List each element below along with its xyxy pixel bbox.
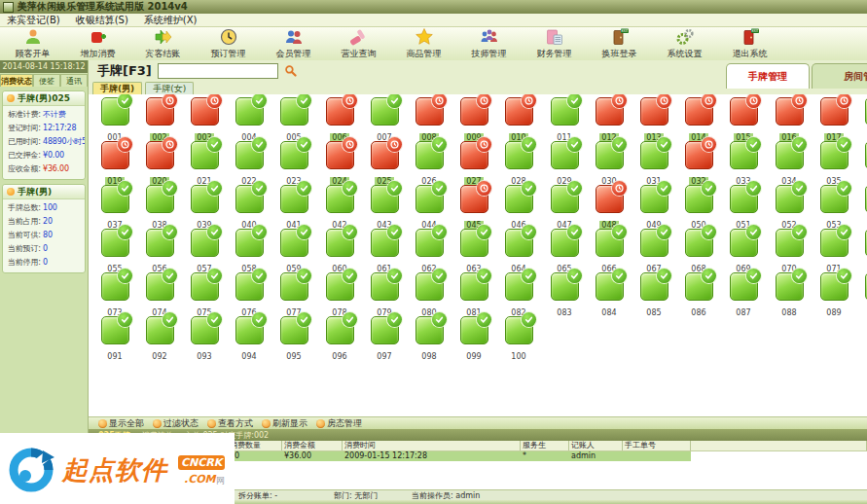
card-search-input[interactable] <box>158 63 278 79</box>
toolbar-button-goods-star[interactable]: 商品管理 <box>391 27 456 60</box>
card-080[interactable]: 080 <box>409 272 450 319</box>
card-091[interactable]: 091 <box>94 316 135 363</box>
card-005[interactable]: 005 <box>273 97 314 144</box>
card-093[interactable]: 093 <box>184 316 225 363</box>
card-100[interactable]: 100 <box>498 316 539 363</box>
panel-card-info-header[interactable]: 手牌(男)025 <box>3 91 85 106</box>
card-055[interactable]: 055 <box>94 229 135 275</box>
card-017[interactable]: 017 <box>813 97 854 144</box>
card-089[interactable]: 089 <box>813 272 854 319</box>
card-087[interactable]: 087 <box>723 272 764 319</box>
card-058[interactable]: 058 <box>229 229 270 275</box>
card-027[interactable]: 027 <box>453 141 494 188</box>
card-008[interactable]: 008 <box>409 97 450 144</box>
card-085[interactable]: 085 <box>633 272 674 319</box>
card-051[interactable]: 051 <box>723 185 764 232</box>
card-063[interactable]: 063 <box>453 229 494 275</box>
card-070[interactable]: 070 <box>769 229 810 275</box>
card-023[interactable]: 023 <box>273 141 314 188</box>
card-076[interactable]: 076 <box>229 272 270 319</box>
card-010[interactable]: 010 <box>498 97 539 144</box>
card-081[interactable]: 081 <box>453 272 494 319</box>
card-040[interactable]: 040 <box>229 185 270 232</box>
card-083[interactable]: 083 <box>544 272 585 319</box>
action-3[interactable]: 刷新显示 <box>262 417 307 430</box>
card-098[interactable]: 098 <box>409 316 450 363</box>
column-header-0[interactable]: 消费数量 <box>228 441 282 450</box>
sidebar-tab-0[interactable]: 消费状态 <box>0 74 33 87</box>
card-045[interactable]: 045 <box>453 185 494 232</box>
card-035[interactable]: 035 <box>813 141 854 188</box>
card-096[interactable]: 096 <box>319 316 360 363</box>
card-097[interactable]: 097 <box>364 316 405 363</box>
card-053[interactable]: 053 <box>813 185 854 232</box>
search-icon[interactable] <box>284 62 297 81</box>
menu-item-0[interactable]: 来宾登记(B) <box>7 14 60 27</box>
card-015[interactable]: 015 <box>723 97 764 144</box>
card-095[interactable]: 095 <box>273 316 314 363</box>
tab-room-management[interactable]: 房间管理 <box>812 63 867 89</box>
card-092[interactable]: 092 <box>139 316 180 363</box>
card-021[interactable]: 021 <box>184 141 225 188</box>
card-012[interactable]: 012 <box>589 97 630 144</box>
card-062[interactable]: 062 <box>409 229 450 275</box>
column-header-1[interactable]: 消费金额 <box>282 441 343 450</box>
card-011[interactable]: 011 <box>544 97 585 144</box>
card-044[interactable]: 044 <box>409 185 450 232</box>
card-009[interactable]: 009 <box>453 97 494 144</box>
card-042[interactable]: 042 <box>319 185 360 232</box>
card-079[interactable]: 079 <box>364 272 405 319</box>
card-037[interactable]: 037 <box>94 185 135 232</box>
column-header-4[interactable]: 记账人 <box>569 441 623 450</box>
card-094[interactable]: 094 <box>229 316 270 363</box>
column-header-5[interactable]: 手工单号 <box>623 441 691 450</box>
card-057[interactable]: 057 <box>184 229 225 275</box>
tab-cards-male[interactable]: 手牌(男) <box>92 82 142 94</box>
card-073[interactable]: 073 <box>94 272 135 319</box>
card-050[interactable]: 050 <box>678 185 719 232</box>
toolbar-button-add-consume[interactable]: 增加消费 <box>65 27 130 60</box>
card-052[interactable]: 052 <box>769 185 810 232</box>
card-039[interactable]: 039 <box>184 185 225 232</box>
toolbar-button-business-query[interactable]: 营业查询 <box>326 27 391 60</box>
action-1[interactable]: 过滤状态 <box>153 417 199 430</box>
card-001[interactable]: 001 <box>94 97 135 144</box>
card-024[interactable]: 024 <box>319 141 360 188</box>
column-header-3[interactable]: 服务生 <box>521 441 569 450</box>
sidebar-tab-2[interactable]: 通讯 <box>60 74 88 87</box>
tab-card-management[interactable]: 手牌管理 <box>726 63 810 89</box>
card-038[interactable]: 038 <box>139 185 180 232</box>
action-4[interactable]: 房态管理 <box>316 417 362 430</box>
card-022[interactable]: 022 <box>229 141 270 188</box>
toolbar-button-settings-gear[interactable]: 系统设置 <box>652 27 717 60</box>
card-003[interactable]: 003 <box>184 97 225 144</box>
toolbar-button-customer[interactable]: 顾客开单 <box>0 27 65 60</box>
card-060[interactable]: 060 <box>319 229 360 275</box>
card-034[interactable]: 034 <box>769 141 810 188</box>
card-026[interactable]: 026 <box>409 141 450 188</box>
panel-card-stats-header[interactable]: 手牌(男) <box>3 185 85 199</box>
card-025[interactable]: 025 <box>364 141 405 188</box>
card-041[interactable]: 041 <box>273 185 314 232</box>
card-020[interactable]: 020 <box>139 141 180 188</box>
toolbar-button-technician[interactable]: 技师管理 <box>456 27 522 60</box>
action-0[interactable]: 显示全部 <box>98 417 144 430</box>
card-067[interactable]: 067 <box>633 229 674 275</box>
card-048[interactable]: 048 <box>589 185 630 232</box>
card-030[interactable]: 030 <box>589 141 630 188</box>
card-028[interactable]: 028 <box>498 141 539 188</box>
card-013[interactable]: 013 <box>633 97 674 144</box>
card-077[interactable]: 077 <box>273 272 314 319</box>
card-075[interactable]: 075 <box>184 272 225 319</box>
menu-item-2[interactable]: 系统维护(X) <box>144 14 198 27</box>
card-046[interactable]: 046 <box>498 185 539 232</box>
card-084[interactable]: 084 <box>589 272 630 319</box>
card-033[interactable]: 033 <box>723 141 764 188</box>
card-029[interactable]: 029 <box>544 141 585 188</box>
card-014[interactable]: 014 <box>678 97 719 144</box>
card-088[interactable]: 088 <box>769 272 810 319</box>
card-068[interactable]: 068 <box>678 229 719 275</box>
card-090[interactable]: 090 <box>858 272 867 319</box>
column-header-2[interactable]: 消费时间 <box>343 441 521 450</box>
card-049[interactable]: 049 <box>633 185 674 232</box>
